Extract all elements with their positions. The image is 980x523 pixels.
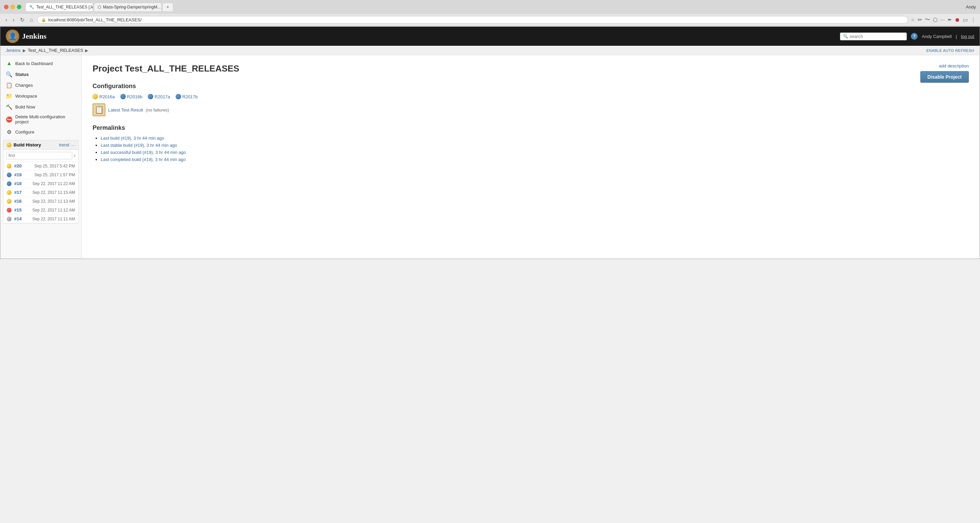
disable-project-button[interactable]: Disable Project	[920, 71, 969, 83]
config-R2017a-link[interactable]: R2017a	[154, 94, 170, 99]
home-button[interactable]: ⌂	[29, 16, 35, 24]
permalink-item-last-build: Last build (#19), 3 hr 44 min ago	[101, 135, 969, 141]
breadcrumb-bar: Jenkins ▶ Test_ALL_THE_RELEASES ▶ ENABLE…	[0, 46, 980, 55]
browser-user: Andy	[966, 5, 976, 10]
permalink-last-successful-link[interactable]: Last successful build (#19), 3 hr 44 min…	[101, 150, 186, 155]
logout-link[interactable]: log out	[961, 34, 974, 39]
configurations-title: Configurations	[92, 83, 969, 90]
reload-button[interactable]: ↻	[19, 16, 26, 24]
help-button[interactable]: ?	[911, 33, 918, 40]
build-search-input[interactable]	[6, 152, 72, 159]
build-18-status-icon	[7, 181, 11, 186]
permalink-last-stable-link[interactable]: Last stable build (#19), 3 hr 44 min ago	[101, 143, 177, 148]
home-icon: ▲	[6, 60, 13, 67]
tv-icon[interactable]: ▭	[963, 17, 968, 23]
build-history-panel: Build History trend ― x #20 Sep 25, 2017…	[3, 140, 79, 224]
config-R2016b-status-icon	[120, 94, 126, 99]
browser-tab-1[interactable]: 🔧 Test_ALL_THE_RELEASES [Jen... ✕	[25, 3, 93, 11]
build-18-link[interactable]: #18	[14, 181, 22, 186]
add-description-link[interactable]: add description	[920, 64, 969, 68]
sidebar-workspace-label: Workspace	[15, 94, 37, 99]
address-bar[interactable]: 🔒 localhost:8080/job/Test_ALL_THE_RELEAS…	[37, 16, 908, 24]
config-R2017b-link[interactable]: R2017b	[182, 94, 198, 99]
build-18-date: Sep 22, 2017 11:22 AM	[24, 181, 75, 186]
browser-tab-2[interactable]: ⬡ Mass-Spring-Damper/springM... ✕	[94, 3, 162, 11]
build-search-clear[interactable]: x	[73, 153, 76, 158]
project-title: Project Test_ALL_THE_RELEASES	[92, 64, 969, 74]
permalink-item-last-stable: Last stable build (#19), 3 hr 44 min ago	[101, 143, 969, 148]
test-result-row: 📋 Latest Test Result (no failures)	[92, 103, 969, 116]
share-icon[interactable]: ⬡	[933, 17, 938, 23]
build-14-link[interactable]: #14	[14, 216, 22, 221]
maximize-window-button[interactable]	[17, 5, 21, 9]
jenkins-content: add description Disable Project Project …	[82, 55, 980, 259]
tab-1-favicon: 🔧	[29, 5, 34, 10]
config-R2016b-link[interactable]: R2016b	[127, 94, 143, 99]
build-history-title: Build History	[14, 142, 57, 148]
build-item: #16 Sep 22, 2017 11:13 AM	[3, 197, 78, 206]
bookmark-icon[interactable]: ☆	[911, 17, 915, 22]
build-14-date: Sep 22, 2017 11:11 AM	[24, 216, 75, 221]
permalink-last-completed-link[interactable]: Last completed build (#19), 3 hr 44 min …	[101, 157, 186, 162]
workspace-icon: 📁	[6, 92, 13, 99]
build-item: #15 Sep 22, 2017 11:12 AM	[3, 206, 78, 215]
sidebar-item-delete[interactable]: ⛔ Delete Multi-configuration project	[0, 112, 81, 126]
trend-link[interactable]: trend	[59, 142, 69, 148]
test-result-icon: 📋	[92, 103, 105, 116]
build-16-link[interactable]: #16	[14, 199, 22, 204]
config-R2017a-status-icon	[148, 94, 153, 99]
config-item-R2016a: R2016a	[92, 94, 115, 99]
pen-icon[interactable]: ✒	[947, 17, 952, 23]
build-20-status-icon	[7, 164, 11, 169]
sidebar-item-back-dashboard[interactable]: ▲ Back to Dashboard	[0, 58, 81, 69]
permalink-item-last-successful: Last successful build (#19), 3 hr 44 min…	[101, 150, 969, 155]
forward-button[interactable]: ›	[11, 16, 16, 24]
config-R2016a-link[interactable]: R2016a	[99, 94, 115, 99]
record-icon[interactable]: ⏺	[955, 17, 960, 23]
jenkins-logo: 👤 Jenkins	[6, 30, 46, 43]
more-icon[interactable]: ···	[940, 17, 945, 23]
new-tab-button[interactable]: +	[162, 3, 173, 11]
search-input[interactable]	[850, 34, 904, 39]
permalink-last-build-link[interactable]: Last build (#19), 3 hr 44 min ago	[101, 135, 164, 141]
build-item: #20 Sep 25, 2017 5:42 PM	[3, 162, 78, 170]
sidebar-item-build-now[interactable]: 🔨 Build Now	[0, 101, 81, 112]
sidebar-item-status[interactable]: 🔍 Status	[0, 69, 81, 79]
pencil-icon[interactable]: ✏	[918, 17, 922, 23]
browser-tabs: 🔧 Test_ALL_THE_RELEASES [Jen... ✕ ⬡ Mass…	[25, 3, 966, 11]
config-R2017b-status-icon	[176, 94, 181, 99]
build-20-link[interactable]: #20	[14, 164, 22, 169]
test-result-link[interactable]: Latest Test Result	[108, 107, 143, 113]
menu-icon[interactable]: ⋮	[970, 17, 976, 23]
build-19-link[interactable]: #19	[14, 172, 22, 177]
tab-2-favicon: ⬡	[98, 5, 101, 10]
jenkins-sidebar: ▲ Back to Dashboard 🔍 Status 📋 Changes 📁…	[0, 55, 82, 259]
test-result-status: (no failures)	[146, 107, 169, 113]
configurations-section: Configurations R2016a R2016b R2017a	[92, 82, 969, 116]
sidebar-item-changes[interactable]: 📋 Changes	[0, 79, 81, 91]
permalinks-section: Permalinks Last build (#19), 3 hr 44 min…	[92, 124, 969, 162]
build-15-link[interactable]: #15	[14, 207, 22, 213]
auto-refresh-link[interactable]: ENABLE AUTO REFRESH	[926, 48, 974, 52]
build-19-date: Sep 25, 2017 1:57 PM	[24, 173, 75, 177]
build-item: #19 Sep 25, 2017 1:57 PM	[3, 170, 78, 179]
sidebar-item-configure[interactable]: ⚙ Configure	[0, 126, 81, 137]
build-17-link[interactable]: #17	[14, 190, 22, 195]
build-20-date: Sep 25, 2017 5:42 PM	[24, 164, 75, 169]
breadcrumb-arrow-1: ▶	[23, 48, 26, 53]
back-button[interactable]: ‹	[4, 16, 8, 24]
breadcrumb-jenkins-home[interactable]: Jenkins	[6, 48, 21, 53]
browser-title-bar: 🔧 Test_ALL_THE_RELEASES [Jen... ✕ ⬡ Mass…	[0, 0, 980, 14]
sidebar-status-label: Status	[15, 72, 29, 77]
close-window-button[interactable]	[4, 5, 8, 9]
config-R2016a-status-icon	[92, 94, 98, 99]
sidebar-item-workspace[interactable]: 📁 Workspace	[0, 91, 81, 101]
jenkins-header-right: 🔍 ? Andy Campbell | log out	[840, 33, 974, 40]
address-url: localhost:8080/job/Test_ALL_THE_RELEASES…	[48, 17, 904, 22]
minimize-window-button[interactable]	[11, 5, 15, 9]
browser-toolbar-icons: ✏ 〜 ⬡ ··· ✒ ⏺ ▭ ⋮	[918, 16, 976, 23]
curves-icon[interactable]: 〜	[925, 16, 930, 23]
build-history-status-icon	[7, 143, 11, 148]
trend-bar-icon: ―	[71, 143, 75, 147]
config-item-R2017b: R2017b	[176, 94, 198, 99]
